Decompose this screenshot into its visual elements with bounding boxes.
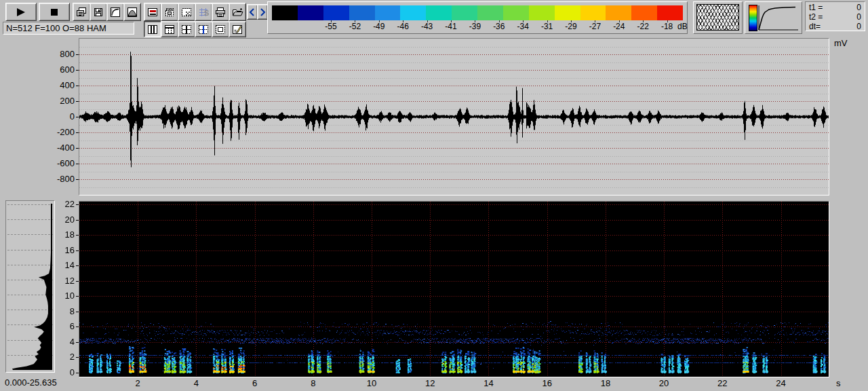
transfer-curve-icon <box>110 7 121 18</box>
spectrogram-ytick <box>76 296 79 297</box>
spectrogram-plot[interactable] <box>79 202 829 377</box>
analysis-params-text: N=512 F=100 O=88 HAM <box>6 23 106 33</box>
spectrogram-ytick <box>76 357 79 358</box>
spectrogram-xtick-label: 2 <box>127 379 148 388</box>
color-scale-tick-label: -49 <box>373 22 384 31</box>
color-scale-segment <box>400 5 426 20</box>
crop-select-button[interactable] <box>178 3 195 21</box>
color-scale-tick <box>571 20 572 22</box>
color-scale-tick <box>643 20 644 22</box>
edit-notes-button[interactable] <box>229 21 246 37</box>
scale-grid-button[interactable]: S <box>195 3 212 21</box>
transfer-curve-plot <box>758 5 799 31</box>
play-icon <box>15 7 27 18</box>
color-scale-tick <box>331 20 332 22</box>
color-scale-unit: dB <box>677 22 688 31</box>
color-scale-tick-label: -18 <box>661 22 673 31</box>
color-scale-tick <box>475 20 475 22</box>
spectrogram-ytick-label: 18 <box>53 230 75 240</box>
layout-cross-marker-icon <box>198 24 209 35</box>
waveform-ytick <box>76 132 79 133</box>
spectrogram-ytick <box>76 281 79 282</box>
waveform-ytick <box>76 148 79 149</box>
window-overlap-panel <box>693 1 743 34</box>
color-scale-tick <box>547 20 548 22</box>
display-mode-button[interactable] <box>144 3 161 21</box>
overlapping-windows-icon <box>696 4 739 31</box>
transfer-curve-panel <box>745 1 802 34</box>
stop-button[interactable] <box>39 3 70 21</box>
color-scale-tick <box>595 20 595 22</box>
layout-header-icon <box>164 24 175 35</box>
spectrogram-xtick-label: 12 <box>420 379 440 388</box>
waveform-ytick <box>76 117 79 117</box>
waveform-ytick <box>76 101 79 102</box>
transfer-curve-button[interactable] <box>106 3 124 21</box>
spectrogram-ytick-label: 6 <box>53 322 75 331</box>
waveform-unit-label: mV <box>834 39 848 48</box>
spectrogram-ytick-label: 4 <box>53 337 75 347</box>
layout-cross-button[interactable] <box>178 21 195 37</box>
color-scale-tick-label: -39 <box>469 22 481 31</box>
stop-icon <box>49 7 60 18</box>
time-readout-row: dt= 0 <box>809 22 861 31</box>
spectrogram-ytick-label: 22 <box>53 200 75 209</box>
layout-columns-button[interactable] <box>144 21 161 37</box>
t2-label: t2 = <box>809 12 823 22</box>
color-scale-tick-label: -29 <box>565 22 576 31</box>
avg-spectrum-panel <box>5 200 55 373</box>
color-scale-strip <box>272 5 683 20</box>
spectrogram-ytick-label: 10 <box>53 291 75 301</box>
waveform-ytick-label: 0 <box>41 112 75 122</box>
waveform-ytick-label: 400 <box>41 81 75 90</box>
window-function-button[interactable] <box>123 3 141 21</box>
color-scale-tick <box>379 20 380 22</box>
t2-value: 0 <box>856 12 861 22</box>
window-function-icon <box>127 7 138 18</box>
spectrogram-x-unit-label: s <box>836 379 841 388</box>
chevron-left-icon <box>249 8 256 16</box>
save-button[interactable] <box>90 3 107 21</box>
print-button[interactable] <box>212 3 229 21</box>
copy-display-icon <box>75 7 87 18</box>
next-button[interactable] <box>257 4 268 20</box>
waveform-ytick <box>76 164 79 164</box>
spectrogram-xtick-label: 8 <box>303 379 323 388</box>
color-scale-tick-label: -34 <box>517 22 529 31</box>
spectrogram-ytick <box>76 220 79 221</box>
palette-gradient-bar <box>749 5 757 31</box>
color-scale-tick-label: -31 <box>541 22 553 31</box>
waveform-ytick-label: 800 <box>41 50 75 59</box>
analysis-params-field: N=512 F=100 O=88 HAM <box>3 22 134 35</box>
layout-header-button[interactable] <box>161 21 178 37</box>
time-range-label: 0.000-25.635 <box>5 378 57 388</box>
scale-grid-icon: S <box>198 7 209 18</box>
copy-display-button[interactable] <box>73 3 90 21</box>
waveform-plot[interactable] <box>79 39 829 195</box>
spectrogram-xtick-label: 20 <box>654 379 674 388</box>
layout-cross-marker-button[interactable] <box>195 21 212 37</box>
color-scale-segment <box>657 5 683 20</box>
spectrogram-ytick <box>76 342 79 343</box>
spectrogram-xtick-label: 14 <box>478 379 498 388</box>
color-scale-tick-label: -55 <box>325 22 336 31</box>
spectrogram-ytick-label: 20 <box>53 215 75 225</box>
waveform-plot-frame <box>79 38 829 196</box>
color-scale-segment <box>477 5 503 20</box>
measure-select-button[interactable] <box>161 3 178 21</box>
play-button[interactable] <box>5 3 37 21</box>
spectrogram-ytick <box>76 327 79 327</box>
save-icon <box>93 7 104 18</box>
color-scale-tick <box>523 20 524 22</box>
spectrogram-xtick-label: 6 <box>245 379 265 388</box>
color-scale-segment <box>426 5 452 20</box>
waveform-ytick-label: 200 <box>41 96 75 106</box>
color-scale-segment <box>631 5 657 20</box>
spectrogram-ytick-label: 0 <box>53 368 75 377</box>
layout-inner-frame-icon <box>215 24 226 35</box>
prev-button[interactable] <box>247 4 258 20</box>
color-scale-segment <box>529 5 555 20</box>
layout-inner-frame-button[interactable] <box>212 21 229 37</box>
open-file-button[interactable] <box>229 3 246 21</box>
spectrogram-ytick-label: 12 <box>53 276 75 286</box>
